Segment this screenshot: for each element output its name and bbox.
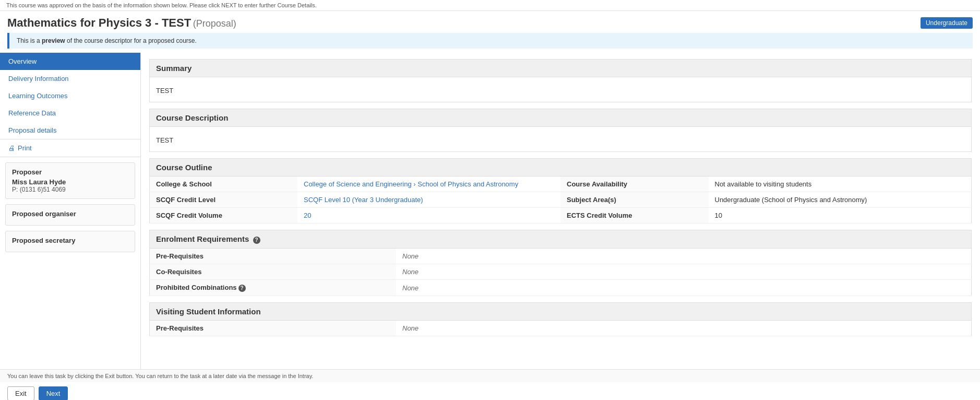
sidebar-item-learning-outcomes[interactable]: Learning Outcomes	[0, 87, 140, 104]
table-row: College & School College of Science and …	[150, 177, 972, 192]
visiting-student-heading: Visiting Student Information	[149, 302, 972, 321]
course-outline-table: College & School College of Science and …	[149, 177, 972, 223]
course-description-heading: Course Description	[149, 109, 972, 127]
next-button[interactable]: Next	[39, 386, 68, 400]
enrol-value: None	[396, 264, 972, 280]
sidebar-item-proposal-details[interactable]: Proposal details	[0, 122, 140, 139]
outline-label-1: College & School	[150, 177, 298, 192]
enrolment-requirements-heading: Enrolment Requirements ?	[149, 230, 972, 249]
course-outline-heading: Course Outline	[149, 158, 972, 177]
footer-buttons: Exit Next	[0, 382, 980, 400]
visiting-student-table: Pre-Requisites None	[149, 321, 972, 336]
sidebar-item-delivery-information[interactable]: Delivery Information	[0, 70, 140, 87]
enrolment-info-icon[interactable]: ?	[253, 237, 260, 244]
course-description-text: TEST	[156, 132, 965, 146]
proposer-phone: P: (0131 6)51 4069	[12, 186, 128, 193]
page-title: Mathematics for Physics 3 - TEST	[7, 16, 191, 29]
prohibited-info-icon[interactable]: ?	[238, 285, 246, 292]
proposed-organiser-title: Proposed organiser	[12, 210, 128, 218]
preview-banner: This is a preview of the course descript…	[7, 33, 973, 49]
table-row: Pre-Requisites None	[150, 249, 972, 264]
visiting-value: None	[396, 321, 972, 336]
table-row: Co-Requisites None	[150, 264, 972, 280]
outline-value-1: College of Science and Engineering › Sch…	[297, 177, 560, 192]
content-area: Summary TEST Course Description TEST Cou…	[141, 53, 980, 369]
proposer-section: Proposer Miss Laura Hyde P: (0131 6)51 4…	[5, 162, 135, 199]
proposal-label: (Proposal)	[193, 18, 236, 29]
outline-label-2: Subject Area(s)	[560, 192, 709, 208]
outline-value-1: 20	[297, 208, 560, 223]
course-description-content: TEST	[149, 127, 972, 152]
proposed-secretary-section: Proposed secretary	[5, 231, 135, 252]
enrol-label: Co-Requisites	[150, 264, 397, 280]
phone-label: P:	[12, 186, 18, 193]
proposed-secretary-title: Proposed secretary	[12, 237, 128, 244]
outline-value-2: Undergraduate (School of Physics and Ast…	[709, 192, 972, 208]
top-bar: This course was approved on the basis of…	[0, 0, 980, 11]
summary-content: TEST	[149, 77, 972, 102]
outline-label-2: ECTS Credit Volume	[560, 208, 709, 223]
proposed-organiser-section: Proposed organiser	[5, 204, 135, 226]
phone-number: (0131 6)51 4069	[20, 186, 66, 193]
main-layout: Overview Delivery Information Learning O…	[0, 53, 980, 369]
outline-label-1: SCQF Credit Volume	[150, 208, 298, 223]
table-row: Pre-Requisites None	[150, 321, 972, 336]
undergraduate-badge: Undergraduate	[921, 17, 973, 29]
table-row: SCQF Credit Level SCQF Level 10 (Year 3 …	[150, 192, 972, 208]
exit-button[interactable]: Exit	[7, 386, 34, 400]
enrolment-requirements-table: Pre-Requisites None Co-Requisites None P…	[149, 249, 972, 296]
enrol-value: None	[396, 249, 972, 264]
outline-value-2: 10	[709, 208, 972, 223]
summary-heading: Summary	[149, 59, 972, 77]
preview-suffix: of the course descriptor for a proposed …	[65, 37, 197, 44]
sidebar: Overview Delivery Information Learning O…	[0, 53, 141, 369]
outline-label-2: Course Availability	[560, 177, 709, 192]
sidebar-item-reference-data[interactable]: Reference Data	[0, 104, 140, 122]
enrol-label: Pre-Requisites	[150, 249, 397, 264]
enrol-value: None	[396, 280, 972, 296]
proposer-title: Proposer	[12, 168, 128, 176]
top-bar-message: This course was approved on the basis of…	[6, 2, 317, 8]
preview-prefix: This is a	[17, 37, 42, 44]
sidebar-item-overview[interactable]: Overview	[0, 53, 140, 70]
outline-value-1: SCQF Level 10 (Year 3 Undergraduate)	[297, 192, 560, 208]
printer-icon: 🖨	[8, 144, 15, 152]
print-button[interactable]: 🖨 Print	[0, 139, 140, 157]
proposer-name: Miss Laura Hyde	[12, 178, 128, 186]
visiting-label: Pre-Requisites	[150, 321, 397, 336]
outline-label-1: SCQF Credit Level	[150, 192, 298, 208]
outline-value-2: Not available to visiting students	[709, 177, 972, 192]
sidebar-divider-2	[0, 157, 140, 157]
footer-bar: You can leave this task by clicking the …	[0, 369, 980, 382]
table-row: SCQF Credit Volume 20 ECTS Credit Volume…	[150, 208, 972, 223]
summary-text: TEST	[156, 83, 965, 97]
enrol-label: Prohibited Combinations?	[150, 280, 397, 296]
page-title-container: Mathematics for Physics 3 - TEST (Propos…	[7, 16, 236, 30]
preview-bold: preview	[42, 37, 65, 44]
page-header: Mathematics for Physics 3 - TEST (Propos…	[0, 11, 980, 33]
footer-message: You can leave this task by clicking the …	[7, 373, 313, 379]
table-row: Prohibited Combinations? None	[150, 280, 972, 296]
